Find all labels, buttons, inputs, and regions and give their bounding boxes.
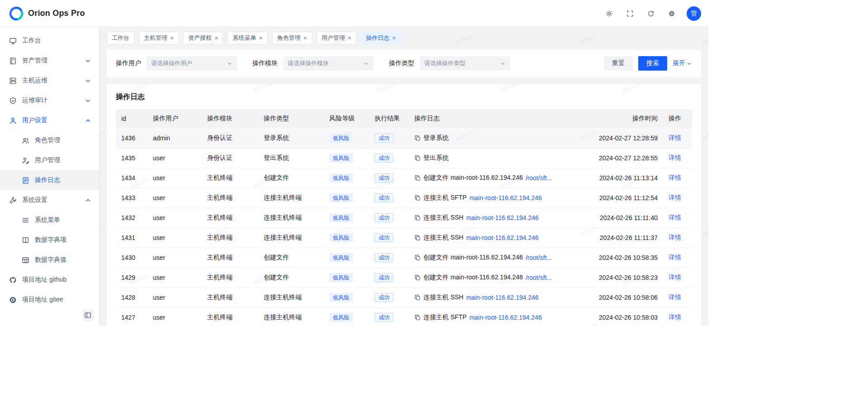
fullscreen-button[interactable] bbox=[622, 6, 638, 21]
sidebar-item-system-settings[interactable]: 系统设置 bbox=[0, 190, 99, 210]
select-placeholder: 请选择操作类型 bbox=[424, 59, 465, 67]
select-placeholder: 请选择操作用户 bbox=[151, 59, 192, 67]
tab-item[interactable]: 用户管理× bbox=[317, 32, 356, 44]
reset-button[interactable]: 重置 bbox=[604, 56, 633, 71]
sidebar-item-project-github[interactable]: 项目地址 github bbox=[0, 270, 99, 290]
log-link[interactable]: main-root-116.62.194.246 bbox=[466, 234, 539, 241]
tab-item[interactable]: 资产授权× bbox=[183, 32, 223, 44]
cell-user: user bbox=[153, 214, 165, 221]
sidebar-item-workbench[interactable]: 工作台 bbox=[0, 31, 99, 51]
detail-link[interactable]: 详情 bbox=[669, 234, 681, 241]
expand-label: 展开 bbox=[673, 59, 685, 67]
dict-icon bbox=[22, 236, 29, 244]
copy-icon[interactable] bbox=[414, 254, 421, 261]
tab-item[interactable]: 工作台 bbox=[107, 32, 134, 44]
cell-module: 主机终端 bbox=[207, 174, 232, 181]
chevron-down-icon bbox=[84, 77, 92, 85]
gitee-icon bbox=[9, 296, 17, 304]
detail-link[interactable]: 详情 bbox=[669, 254, 681, 261]
detail-link[interactable]: 详情 bbox=[669, 273, 681, 281]
sidebar-item-label: 数据字典值 bbox=[35, 256, 66, 264]
copy-icon[interactable] bbox=[414, 274, 421, 281]
copy-icon[interactable] bbox=[414, 175, 421, 181]
theme-toggle-button[interactable] bbox=[602, 6, 617, 21]
sidebar-item-role-management[interactable]: 角色管理 bbox=[0, 130, 99, 150]
log-link[interactable]: main-root-116.62.194.246 bbox=[470, 314, 542, 321]
sidebar-item-label: 系统菜单 bbox=[35, 216, 60, 224]
sidebar-item-host-ops[interactable]: 主机运维 bbox=[0, 71, 99, 91]
expand-toggle[interactable]: 展开 bbox=[673, 59, 692, 67]
log-link[interactable]: main-root-116.62.194.246 bbox=[470, 194, 542, 201]
menu-icon bbox=[22, 216, 29, 224]
sidebar-item-asset-management[interactable]: 资产管理 bbox=[0, 51, 99, 71]
operation-user-select[interactable]: 请选择操作用户 bbox=[147, 56, 237, 71]
user-avatar[interactable]: 管 bbox=[687, 6, 701, 21]
column-header-risk: 风险等级 bbox=[324, 109, 369, 128]
tab-item[interactable]: 主机管理× bbox=[139, 32, 179, 44]
tab-item[interactable]: 角色管理× bbox=[272, 32, 312, 44]
cell-time: 2024-02-26 10:58:35 bbox=[599, 254, 658, 261]
cell-id: 1429 bbox=[121, 274, 135, 281]
log-link[interactable]: /root/sft... bbox=[526, 254, 552, 261]
shield-icon bbox=[9, 97, 17, 105]
copy-icon[interactable] bbox=[414, 135, 421, 141]
log-link[interactable]: /root/sft... bbox=[526, 174, 552, 182]
detail-link[interactable]: 详情 bbox=[669, 194, 681, 201]
search-button[interactable]: 搜索 bbox=[638, 56, 667, 71]
tab-close-icon[interactable]: × bbox=[170, 35, 174, 41]
select-placeholder: 请选择操作模块 bbox=[288, 59, 329, 67]
sidebar-collapse-button[interactable] bbox=[82, 309, 94, 321]
copy-icon[interactable] bbox=[414, 294, 421, 301]
copy-icon[interactable] bbox=[414, 195, 421, 201]
tab-item[interactable]: 系统菜单× bbox=[228, 32, 267, 44]
log-text: 创建文件 main-root-116.62.194.246 bbox=[423, 254, 523, 262]
copy-icon[interactable] bbox=[414, 155, 421, 161]
filter-fields: 操作用户请选择操作用户操作模块请选择操作模块操作类型请选择操作类型 bbox=[116, 56, 526, 71]
copy-icon[interactable] bbox=[414, 235, 421, 241]
main-content: 工作台主机管理×资产授权×系统菜单×角色管理×用户管理×操作日志× 操作用户请选… bbox=[100, 27, 708, 326]
sidebar-item-operation-log[interactable]: 操作日志 bbox=[0, 170, 99, 190]
log-text: 创建文件 main-root-116.62.194.246 bbox=[423, 174, 523, 182]
sidebar-item-user-management[interactable]: 用户管理 bbox=[0, 150, 99, 170]
tab-close-icon[interactable]: × bbox=[392, 35, 396, 41]
sidebar-item-user-settings[interactable]: 用户设置 bbox=[0, 110, 99, 130]
cell-module: 主机终端 bbox=[207, 313, 232, 321]
tab-close-icon[interactable]: × bbox=[214, 35, 218, 41]
detail-link[interactable]: 详情 bbox=[669, 214, 681, 221]
tab-item[interactable]: 操作日志× bbox=[361, 32, 401, 44]
host-icon bbox=[9, 77, 17, 85]
copy-icon[interactable] bbox=[414, 314, 421, 321]
sidebar-item-dict-value[interactable]: 数据字典值 bbox=[0, 250, 99, 270]
cell-user: user bbox=[153, 234, 165, 241]
detail-link[interactable]: 详情 bbox=[669, 174, 681, 181]
cell-type: 创建文件 bbox=[264, 254, 289, 261]
operation-type-select[interactable]: 请选择操作类型 bbox=[420, 56, 510, 71]
log-link[interactable]: /root/sft... bbox=[526, 274, 552, 281]
sidebar-item-dict-item[interactable]: 数据字典项 bbox=[0, 230, 99, 250]
app-window: Orion Ops Pro 管 工作台资产管理主机运维运维审计用户设置角色管理用… bbox=[0, 0, 708, 326]
copy-icon[interactable] bbox=[414, 215, 421, 221]
table-row: 1427user主机终端连接主机终端低风险成功连接主机 SFTPmain-roo… bbox=[116, 307, 692, 326]
operation-module-select[interactable]: 请选择操作模块 bbox=[283, 56, 374, 71]
detail-link[interactable]: 详情 bbox=[669, 134, 681, 141]
tab-label: 主机管理 bbox=[144, 34, 167, 42]
sidebar-item-ops-audit[interactable]: 运维审计 bbox=[0, 91, 99, 110]
log-link[interactable]: main-root-116.62.194.246 bbox=[466, 214, 539, 221]
sidebar-item-system-menu[interactable]: 系统菜单 bbox=[0, 210, 99, 230]
table-row: 1435user身份认证登出系统低风险成功登出系统2024-02-27 12:2… bbox=[116, 148, 692, 168]
log-text: 连接主机 SSH bbox=[423, 293, 464, 302]
detail-link[interactable]: 详情 bbox=[669, 313, 681, 321]
chevron-down-icon bbox=[84, 57, 92, 65]
sidebar: 工作台资产管理主机运维运维审计用户设置角色管理用户管理操作日志系统设置系统菜单数… bbox=[0, 27, 100, 326]
tab-close-icon[interactable]: × bbox=[259, 35, 262, 41]
chevron-down-icon bbox=[84, 97, 92, 105]
tab-close-icon[interactable]: × bbox=[348, 35, 351, 41]
collapse-panel-icon bbox=[84, 312, 91, 319]
settings-button[interactable] bbox=[664, 6, 679, 21]
refresh-button[interactable] bbox=[643, 6, 659, 21]
detail-link[interactable]: 详情 bbox=[669, 154, 681, 161]
sidebar-item-project-gitee[interactable]: 项目地址 gitee bbox=[0, 290, 99, 310]
log-link[interactable]: main-root-116.62.194.246 bbox=[466, 294, 539, 301]
tab-close-icon[interactable]: × bbox=[304, 35, 307, 41]
detail-link[interactable]: 详情 bbox=[669, 293, 681, 301]
